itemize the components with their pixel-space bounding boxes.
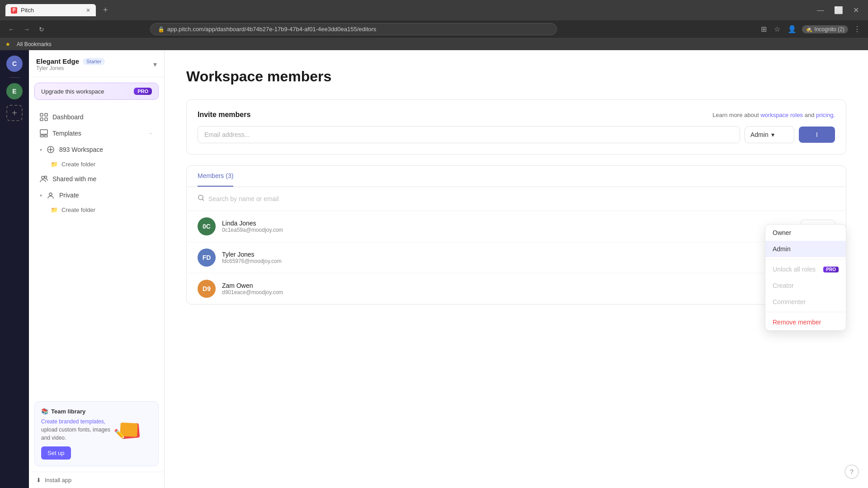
- dropdown-item-commenter[interactable]: Commenter: [765, 294, 846, 310]
- member-info: Linda Jones 0c1ea59a@moodjoу.com: [222, 220, 794, 233]
- sidebar-item-templates[interactable]: Templates →: [33, 125, 160, 141]
- role-dropdown: Owner Admin Unlock all roles PRO Creator…: [765, 224, 846, 331]
- create-folder-workspace-label: Create folder: [61, 161, 95, 168]
- avatar: 0C: [198, 217, 216, 235]
- svg-point-10: [49, 193, 52, 196]
- ssl-lock-icon: 🔒: [158, 26, 165, 33]
- table-row: D9 Zam Owen d901eace@moodjoу.com Admin ▾: [187, 273, 846, 304]
- member-name: Tyler Jones: [222, 251, 810, 258]
- reload-btn[interactable]: ↻: [36, 24, 47, 35]
- search-icon: [198, 194, 205, 203]
- table-row: FD Tyler Jones fdc65976@moodjoу.com Owne…: [187, 242, 846, 273]
- workspace-e-avatar[interactable]: E: [6, 83, 23, 99]
- dashboard-label: Dashboard: [52, 113, 84, 121]
- invite-submit-btn[interactable]: I: [799, 127, 835, 143]
- sidebar-create-folder-workspace[interactable]: 📁 Create folder: [33, 158, 160, 171]
- browser-addressbar: ← → ↻ 🔒 app.pitch.com/app/dashboard/4b74…: [0, 20, 868, 38]
- sidebar-item-shared[interactable]: Shared with me: [33, 171, 160, 187]
- svg-rect-4: [40, 130, 47, 134]
- member-email: 0c1ea59a@moodjoу.com: [222, 227, 794, 233]
- upgrade-workspace-btn[interactable]: Upgrade this workspace PRO: [34, 83, 159, 100]
- svg-rect-3: [45, 118, 47, 121]
- install-app-btn[interactable]: ⬇ Install app: [29, 472, 164, 488]
- dropdown-item-unlock-roles[interactable]: Unlock all roles PRO: [765, 261, 846, 277]
- members-section: Members (3) 0C Linda Jones 0c1ea59a@mood…: [186, 165, 846, 305]
- pricing-link[interactable]: pricing.: [816, 112, 835, 118]
- tab-close-btn[interactable]: ✕: [86, 7, 90, 14]
- menu-btn[interactable]: ⋮: [852, 23, 863, 35]
- role-select-label: Admin: [750, 131, 769, 138]
- bookmark-star-btn[interactable]: ☆: [772, 23, 782, 35]
- close-btn[interactable]: ✕: [849, 5, 863, 15]
- branded-templates-link[interactable]: Create branded templates,: [41, 418, 105, 425]
- setup-btn[interactable]: Set up: [41, 446, 71, 460]
- help-btn[interactable]: ?: [844, 465, 859, 479]
- url-text: app.pitch.com/app/dashboard/4b74b27e-17b…: [167, 26, 377, 33]
- templates-icon: [40, 129, 48, 137]
- team-library-section: 📚 Team library Create branded templates,…: [34, 401, 159, 466]
- create-folder-private-label: Create folder: [61, 206, 95, 213]
- private-label: Private: [59, 192, 79, 199]
- browser-tab[interactable]: P Pitch ✕: [5, 4, 96, 16]
- member-name: Linda Jones: [222, 220, 794, 227]
- commenter-label: Commenter: [773, 298, 806, 305]
- workspace-roles-link[interactable]: workspace roles: [760, 112, 803, 118]
- incognito-icon: 🕵: [806, 26, 812, 33]
- svg-rect-0: [40, 113, 43, 116]
- sidebar-nav: Dashboard Templates → ▾: [29, 105, 164, 396]
- workspace-name: Elegant Edge: [36, 57, 79, 65]
- workspace-c-avatar[interactable]: C: [6, 56, 23, 72]
- folder-icon-private: 📁: [51, 206, 58, 213]
- workspace-collapse-icon: ▾: [40, 147, 42, 152]
- sidebar-create-folder-private[interactable]: 📁 Create folder: [33, 203, 160, 216]
- members-tabs: Members (3): [187, 166, 846, 187]
- library-illustration: ✏️: [114, 418, 141, 440]
- unlock-pro-badge: PRO: [823, 267, 839, 272]
- workspace-header: Elegant Edge Starter Tyler Jones ▾: [29, 50, 164, 77]
- sidebar-item-private[interactable]: ▾ Private: [33, 187, 160, 203]
- all-bookmarks-item[interactable]: All Bookmarks: [14, 40, 54, 48]
- add-workspace-btn[interactable]: +: [6, 105, 23, 121]
- invite-header: Invite members Learn more about workspac…: [198, 111, 835, 119]
- dropdown-item-owner[interactable]: Owner: [765, 225, 846, 241]
- dropdown-item-creator[interactable]: Creator: [765, 277, 846, 294]
- role-select[interactable]: Admin ▾: [745, 126, 794, 143]
- email-input[interactable]: [198, 126, 740, 143]
- back-btn[interactable]: ←: [5, 24, 17, 35]
- forward-btn[interactable]: →: [21, 24, 33, 35]
- sidebar-item-dashboard[interactable]: Dashboard: [33, 109, 160, 125]
- svg-point-8: [42, 176, 44, 179]
- invite-row: Admin ▾ I: [198, 126, 835, 143]
- profile-btn[interactable]: 👤: [786, 23, 798, 35]
- minimize-btn[interactable]: —: [813, 5, 828, 15]
- new-tab-btn[interactable]: +: [99, 4, 112, 17]
- team-library-desc: Create branded templates, upload custom …: [41, 418, 110, 442]
- sidebar-divider: [9, 77, 20, 78]
- remove-member-label: Remove member: [773, 319, 821, 326]
- sidebar-item-workspace[interactable]: ▾ 893 Workspace: [33, 141, 160, 158]
- tab-members[interactable]: Members (3): [198, 166, 233, 187]
- svg-rect-5: [40, 135, 43, 137]
- owner-label: Owner: [773, 229, 791, 236]
- dropdown-item-admin[interactable]: Admin: [765, 241, 846, 257]
- invite-section: Invite members Learn more about workspac…: [186, 99, 846, 155]
- window-controls: — ⬜ ✕: [813, 5, 863, 15]
- dropdown-divider-2: [765, 312, 846, 312]
- address-bar[interactable]: 🔒 app.pitch.com/app/dashboard/4b74b27e-1…: [150, 23, 557, 35]
- svg-rect-1: [45, 113, 47, 116]
- folder-icon-workspace: 📁: [51, 161, 58, 168]
- members-search-input[interactable]: [208, 195, 835, 202]
- dropdown-item-remove[interactable]: Remove member: [765, 314, 846, 330]
- upgrade-text: Upgrade this workspace: [41, 88, 104, 95]
- bookmarks-bar: ★ All Bookmarks: [0, 38, 868, 50]
- dropdown-divider: [765, 259, 846, 259]
- browser-chrome: P Pitch ✕ + — ⬜ ✕ ← → ↻ 🔒 app.pitch.com/…: [0, 0, 868, 50]
- restore-btn[interactable]: ⬜: [830, 5, 847, 15]
- extensions-btn[interactable]: ⊞: [759, 23, 769, 35]
- bookmark-star-icon: ★: [5, 41, 10, 47]
- app-container: C E + Elegant Edge Starter Tyler Jones ▾…: [0, 50, 868, 488]
- workspace-chevron-icon[interactable]: ▾: [153, 60, 157, 69]
- private-collapse-icon: ▾: [40, 193, 42, 198]
- svg-rect-6: [44, 135, 47, 137]
- incognito-badge: 🕵 Incognito (2): [802, 25, 848, 33]
